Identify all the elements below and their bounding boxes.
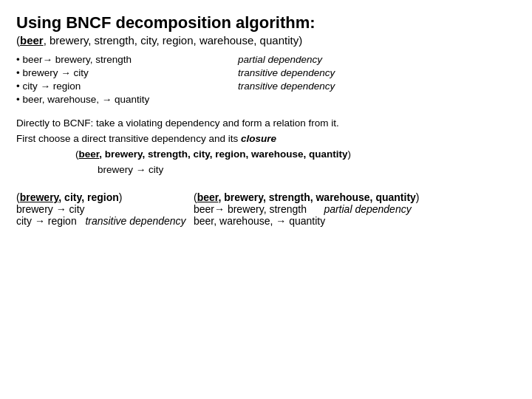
dep-item-3: • city → region <box>16 81 238 92</box>
bl-line2: brewery → city <box>16 203 186 215</box>
direct-line-2: First choose a direct transitive depende… <box>16 132 516 147</box>
dep-item-1: • beer→ brewery, strength <box>16 54 238 65</box>
page-title: Using BNCF decomposition algorithm: <box>16 13 516 33</box>
bullet-section: • beer→ brewery, strength • brewery → ci… <box>16 54 516 107</box>
dep-type-list: partial dependency transitive dependency… <box>238 54 445 107</box>
bottom-left-section: (brewery, city, region) brewery → city c… <box>16 191 186 227</box>
direct-line-3: (beer, brewery, strength, city, region, … <box>16 147 516 163</box>
direct-beer: beer <box>79 149 100 160</box>
dep-item-2: • brewery → city <box>16 67 238 78</box>
subtitle: (beer, brewery, strength, city, region, … <box>16 34 516 47</box>
bottom-area: (brewery, city, region) brewery → city c… <box>16 191 516 227</box>
dep-type-2: transitive dependency <box>238 67 445 78</box>
direct-line-1: Directly to BCNF: take a violating depen… <box>16 116 516 132</box>
br-line3: beer, warehouse, → quantity <box>194 215 511 227</box>
br-line1: (beer, brewery, strength, warehouse, qua… <box>194 191 511 203</box>
dependency-list: • beer→ brewery, strength • brewery → ci… <box>16 54 238 107</box>
dep-type-1: partial dependency <box>238 54 445 65</box>
bottom-right-section: (beer, brewery, strength, warehouse, qua… <box>186 191 511 227</box>
dep-item-4: • beer, warehouse, → quantity <box>16 94 238 105</box>
direct-line-4: brewery → city <box>16 163 516 178</box>
dep-type-3: transitive dependency <box>238 81 445 92</box>
br-beer: beer <box>197 191 219 203</box>
bl-line3: city → region transitive dependency <box>16 215 186 227</box>
bl-line1: (brewery, city, region) <box>16 191 186 203</box>
subtitle-beer: beer <box>20 34 44 47</box>
subtitle-rest: brewery, strength, city, region, warehou… <box>50 34 299 47</box>
direct-section: Directly to BCNF: take a violating depen… <box>16 116 516 178</box>
br-line2: beer→ brewery, strength partial dependen… <box>194 203 511 215</box>
